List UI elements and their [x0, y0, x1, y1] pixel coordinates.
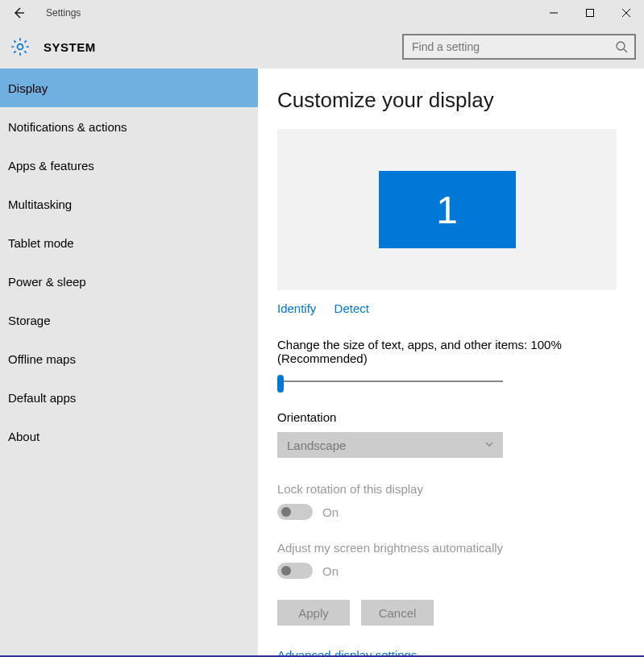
- sidebar-item-label: Apps & features: [8, 159, 94, 173]
- slider-track-line: [277, 380, 503, 382]
- search-input[interactable]: [410, 40, 628, 54]
- search-icon: [615, 40, 628, 56]
- orientation-label: Orientation: [277, 410, 617, 424]
- header-title: SYSTEM: [44, 40, 96, 54]
- chevron-down-icon: [484, 439, 495, 452]
- toggle-knob: [281, 566, 291, 576]
- sidebar-item-about[interactable]: About: [0, 417, 258, 455]
- detect-link[interactable]: Detect: [334, 301, 369, 315]
- sidebar-item-default-apps[interactable]: Default apps: [0, 378, 258, 417]
- sidebar-item-label: Notifications & actions: [8, 120, 127, 134]
- sidebar-item-label: Tablet mode: [8, 236, 74, 250]
- minimize-button[interactable]: [535, 0, 571, 26]
- svg-point-2: [18, 44, 23, 50]
- sidebar-item-display[interactable]: Display: [0, 69, 258, 107]
- titlebar: Settings: [0, 0, 644, 26]
- sidebar-item-apps[interactable]: Apps & features: [0, 146, 258, 185]
- brightness-label: Adjust my screen brightness automaticall…: [277, 541, 617, 555]
- button-row: Apply Cancel: [277, 600, 617, 626]
- apply-label: Apply: [298, 606, 329, 620]
- monitor-tile[interactable]: 1: [379, 171, 516, 248]
- main-content: Customize your display 1 Identify Detect…: [258, 69, 644, 657]
- sidebar-item-label: Offline maps: [8, 352, 76, 366]
- maximize-icon: [585, 8, 595, 18]
- search-wrap: [402, 34, 636, 60]
- link-row: Identify Detect: [277, 301, 617, 315]
- window-controls: [535, 0, 644, 26]
- lock-rotation-toggle[interactable]: [277, 504, 313, 520]
- cancel-button[interactable]: Cancel: [361, 600, 434, 626]
- minimize-icon: [549, 8, 559, 18]
- close-button[interactable]: [608, 0, 644, 26]
- scale-label: Change the size of text, apps, and other…: [277, 338, 617, 365]
- sidebar-item-label: Display: [8, 81, 48, 95]
- sidebar-item-label: Default apps: [8, 391, 76, 405]
- gear-icon: [10, 36, 31, 57]
- maximize-button[interactable]: [571, 0, 608, 26]
- window-title: Settings: [46, 7, 81, 19]
- sidebar-item-tablet[interactable]: Tablet mode: [0, 223, 258, 262]
- brightness-state: On: [322, 564, 339, 578]
- lock-rotation-row: On: [277, 504, 617, 520]
- sidebar-item-notifications[interactable]: Notifications & actions: [0, 107, 258, 146]
- sidebar-item-maps[interactable]: Offline maps: [0, 339, 258, 378]
- arrow-left-icon: [12, 6, 25, 19]
- sidebar-item-label: Multitasking: [8, 198, 72, 211]
- apply-button[interactable]: Apply: [277, 600, 350, 626]
- scale-slider[interactable]: [277, 373, 503, 389]
- svg-line-4: [624, 49, 627, 52]
- orientation-value: Landscape: [287, 439, 346, 452]
- svg-rect-1: [586, 10, 593, 17]
- monitor-number: 1: [436, 188, 458, 232]
- sidebar-item-label: About: [8, 430, 39, 443]
- page-title: Customize your display: [277, 88, 617, 113]
- svg-point-3: [617, 42, 625, 50]
- sidebar: Display Notifications & actions Apps & f…: [0, 69, 258, 657]
- sidebar-item-label: Storage: [8, 314, 51, 327]
- slider-thumb[interactable]: [277, 375, 284, 393]
- sidebar-item-label: Power & sleep: [8, 275, 86, 289]
- sidebar-item-multitasking[interactable]: Multitasking: [0, 185, 258, 223]
- display-preview[interactable]: 1: [277, 129, 617, 290]
- identify-link[interactable]: Identify: [277, 301, 316, 315]
- header: SYSTEM: [0, 26, 644, 69]
- sidebar-item-storage[interactable]: Storage: [0, 301, 258, 339]
- back-button[interactable]: [0, 0, 36, 26]
- brightness-row: On: [277, 563, 617, 579]
- sidebar-item-power[interactable]: Power & sleep: [0, 262, 258, 301]
- brightness-toggle[interactable]: [277, 563, 313, 579]
- cancel-label: Cancel: [379, 606, 417, 620]
- search-box[interactable]: [402, 34, 636, 60]
- orientation-dropdown[interactable]: Landscape: [277, 432, 503, 458]
- lock-rotation-state: On: [322, 505, 339, 519]
- lock-rotation-label: Lock rotation of this display: [277, 482, 617, 496]
- toggle-knob: [281, 507, 291, 517]
- close-icon: [621, 8, 631, 18]
